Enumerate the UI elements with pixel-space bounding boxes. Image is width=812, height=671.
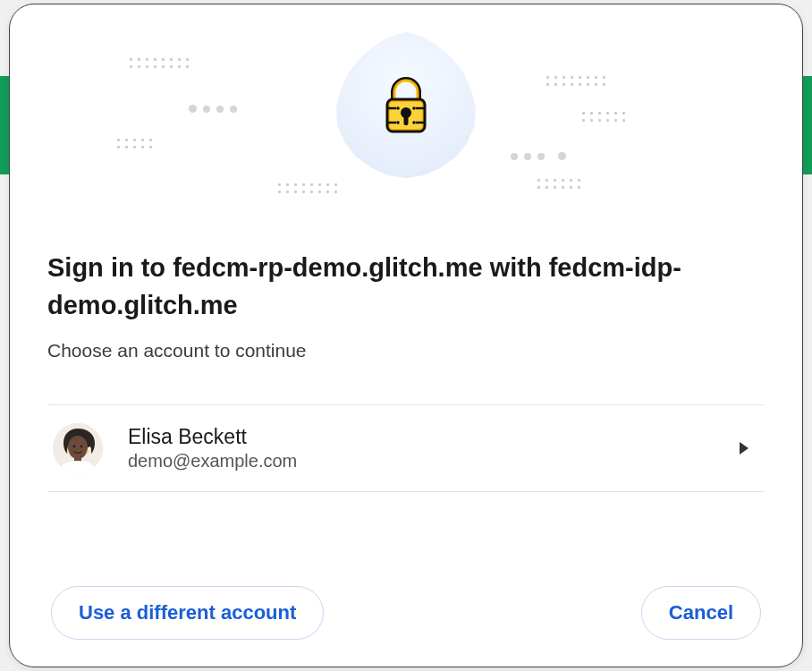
- svg-point-7: [412, 106, 416, 110]
- account-name: Elisa Beckett: [128, 425, 715, 449]
- decor-grid: [546, 76, 606, 86]
- dialog-subtitle: Choose an account to continue: [47, 340, 765, 361]
- decor-grid: [278, 183, 338, 193]
- svg-point-16: [80, 446, 83, 448]
- lock-badge-background: [330, 30, 482, 182]
- avatar: [53, 423, 103, 473]
- decor-grid: [117, 139, 153, 149]
- decor-grid: [582, 112, 626, 122]
- svg-point-18: [87, 451, 89, 454]
- lock-icon: [378, 74, 434, 137]
- decor-grid: [130, 58, 190, 68]
- dialog-button-row: Use a different account Cancel: [47, 586, 765, 640]
- svg-rect-11: [404, 115, 409, 125]
- cancel-button[interactable]: Cancel: [641, 586, 761, 640]
- decor-dots: [189, 105, 237, 113]
- svg-point-3: [396, 106, 400, 110]
- signin-dialog: Sign in to fedcm-rp-demo.glitch.me with …: [9, 4, 803, 667]
- svg-point-17: [67, 451, 70, 454]
- use-different-account-button[interactable]: Use a different account: [51, 586, 324, 640]
- account-row[interactable]: Elisa Beckett demo@example.com: [47, 404, 765, 492]
- dialog-title: Sign in to fedcm-rp-demo.glitch.me with …: [47, 249, 765, 324]
- hero-illustration: [10, 4, 802, 206]
- svg-point-15: [73, 446, 76, 448]
- svg-point-5: [396, 121, 400, 124]
- chevron-right-icon: [740, 442, 749, 454]
- svg-point-9: [412, 121, 416, 124]
- account-email: demo@example.com: [128, 451, 715, 471]
- decor-grid: [537, 179, 581, 189]
- decor-dots: [511, 152, 566, 160]
